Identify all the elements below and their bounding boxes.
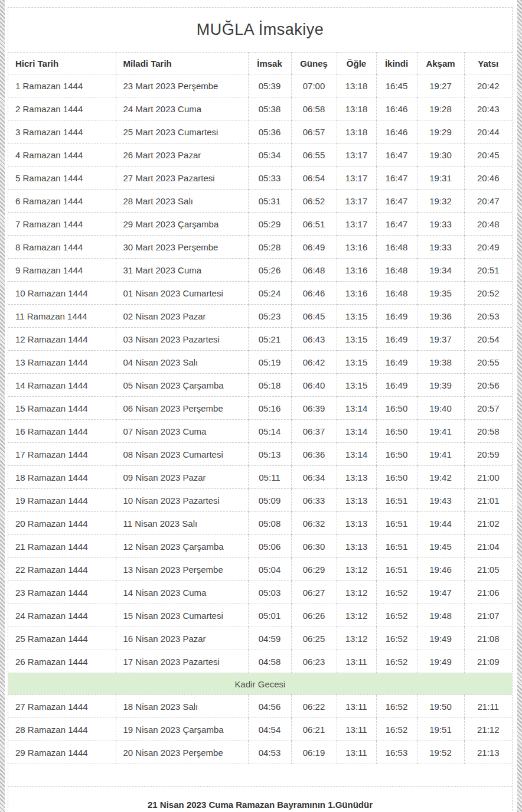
kadir-gecesi-band: Kadir Gecesi bbox=[8, 673, 512, 695]
cell-aksam: 19:31 bbox=[417, 167, 464, 190]
cell-miladi-tarih: 16 Nisan 2023 Pazar bbox=[116, 627, 248, 650]
table-row: 11 Ramazan 144402 Nisan 2023 Pazar05:230… bbox=[8, 305, 512, 328]
cell-ikindi: 16:46 bbox=[376, 97, 417, 120]
cell-ikindi: 16:52 bbox=[376, 718, 417, 741]
cell-miladi-tarih: 11 Nisan 2023 Salı bbox=[116, 512, 248, 535]
column-header-imsak: İmsak bbox=[248, 53, 291, 74]
cell-imsak: 05:01 bbox=[248, 604, 291, 627]
cell-yatsi: 21:07 bbox=[464, 604, 512, 627]
cell-miladi-tarih: 02 Nisan 2023 Pazar bbox=[116, 305, 248, 328]
cell-gunes: 06:21 bbox=[291, 718, 337, 741]
cell-imsak: 04:53 bbox=[248, 741, 291, 764]
cell-gunes: 06:37 bbox=[291, 420, 337, 443]
table-row: 16 Ramazan 144407 Nisan 2023 Cuma05:1406… bbox=[8, 420, 512, 443]
cell-aksam: 19:52 bbox=[417, 741, 464, 764]
cell-imsak: 05:23 bbox=[248, 305, 291, 328]
cell-imsak: 04:56 bbox=[248, 695, 291, 718]
column-header-hicri-tarih: Hicri Tarih bbox=[8, 53, 116, 74]
cell-ikindi: 16:50 bbox=[376, 420, 417, 443]
cell-yatsi: 20:45 bbox=[464, 144, 512, 167]
table-row: 18 Ramazan 144409 Nisan 2023 Pazar05:110… bbox=[8, 466, 512, 489]
cell-imsak: 05:31 bbox=[248, 190, 291, 213]
cell-yatsi: 21:05 bbox=[464, 558, 512, 581]
cell-hicri-tarih: 24 Ramazan 1444 bbox=[8, 604, 116, 627]
cell-gunes: 06:58 bbox=[291, 97, 337, 120]
imsakiye-card: MUĞLA İmsakiye Hicri TarihMiladi Tarihİm… bbox=[8, 7, 513, 812]
cell-aksam: 19:44 bbox=[417, 512, 464, 535]
cell-miladi-tarih: 12 Nisan 2023 Çarşamba bbox=[116, 535, 248, 558]
cell-yatsi: 20:57 bbox=[464, 397, 512, 420]
cell-imsak: 04:59 bbox=[248, 627, 291, 650]
cell-gunes: 06:23 bbox=[291, 650, 337, 673]
cell-ikindi: 16:46 bbox=[376, 120, 417, 144]
cell-aksam: 19:32 bbox=[417, 190, 464, 213]
cell-imsak: 05:29 bbox=[248, 213, 291, 236]
cell-ogle: 13:17 bbox=[337, 167, 376, 190]
table-row: 4 Ramazan 144426 Mart 2023 Pazar05:3406:… bbox=[8, 144, 512, 167]
cell-hicri-tarih: 23 Ramazan 1444 bbox=[8, 581, 116, 604]
cell-yatsi: 20:53 bbox=[464, 305, 512, 328]
cell-miladi-tarih: 29 Mart 2023 Çarşamba bbox=[116, 213, 248, 236]
cell-aksam: 19:48 bbox=[417, 604, 464, 627]
cell-yatsi: 20:47 bbox=[464, 190, 512, 213]
cell-imsak: 05:04 bbox=[248, 558, 291, 581]
cell-imsak: 05:19 bbox=[248, 351, 291, 374]
cell-aksam: 19:47 bbox=[417, 581, 464, 604]
cell-ogle: 13:14 bbox=[337, 443, 376, 466]
table-row: 19 Ramazan 144410 Nisan 2023 Pazartesi05… bbox=[8, 489, 512, 512]
cell-gunes: 06:36 bbox=[291, 443, 337, 466]
cell-yatsi: 21:12 bbox=[464, 718, 512, 741]
cell-imsak: 05:18 bbox=[248, 374, 291, 397]
table-row: 10 Ramazan 144401 Nisan 2023 Cumartesi05… bbox=[8, 282, 512, 305]
cell-ogle: 13:11 bbox=[337, 741, 376, 764]
cell-ogle: 13:12 bbox=[337, 627, 376, 650]
cell-miladi-tarih: 25 Mart 2023 Cumartesi bbox=[116, 120, 248, 144]
table-row: 14 Ramazan 144405 Nisan 2023 Çarşamba05:… bbox=[8, 374, 512, 397]
cell-hicri-tarih: 11 Ramazan 1444 bbox=[8, 305, 116, 328]
cell-aksam: 19:33 bbox=[417, 236, 464, 259]
cell-miladi-tarih: 08 Nisan 2023 Cumartesi bbox=[116, 443, 248, 466]
cell-imsak: 05:06 bbox=[248, 535, 291, 558]
cell-ogle: 13:14 bbox=[337, 420, 376, 443]
cell-yatsi: 20:58 bbox=[464, 420, 512, 443]
cell-hicri-tarih: 27 Ramazan 1444 bbox=[8, 695, 116, 718]
cell-ikindi: 16:48 bbox=[376, 259, 417, 282]
table-row: 1 Ramazan 144423 Mart 2023 Perşembe05:39… bbox=[8, 74, 512, 97]
cell-hicri-tarih: 10 Ramazan 1444 bbox=[8, 282, 116, 305]
column-header-aksam: Akşam bbox=[417, 53, 464, 74]
table-row: 5 Ramazan 144427 Mart 2023 Pazartesi05:3… bbox=[8, 167, 512, 190]
cell-gunes: 06:30 bbox=[291, 535, 337, 558]
cell-ogle: 13:14 bbox=[337, 397, 376, 420]
cell-gunes: 07:00 bbox=[291, 74, 337, 97]
cell-miladi-tarih: 20 Nisan 2023 Perşembe bbox=[116, 741, 248, 764]
cell-yatsi: 20:59 bbox=[464, 443, 512, 466]
cell-aksam: 19:40 bbox=[417, 397, 464, 420]
cell-hicri-tarih: 6 Ramazan 1444 bbox=[8, 190, 116, 213]
cell-hicri-tarih: 28 Ramazan 1444 bbox=[8, 718, 116, 741]
table-row: 29 Ramazan 144420 Nisan 2023 Perşembe04:… bbox=[8, 741, 512, 764]
cell-ikindi: 16:50 bbox=[376, 466, 417, 489]
cell-miladi-tarih: 17 Nisan 2023 Pazartesi bbox=[116, 650, 248, 673]
cell-hicri-tarih: 1 Ramazan 1444 bbox=[8, 74, 116, 97]
cell-gunes: 06:43 bbox=[291, 328, 337, 351]
cell-gunes: 06:46 bbox=[291, 282, 337, 305]
cell-yatsi: 21:08 bbox=[464, 627, 512, 650]
table-row: 12 Ramazan 144403 Nisan 2023 Pazartesi05… bbox=[8, 328, 512, 351]
cell-yatsi: 21:01 bbox=[464, 489, 512, 512]
prayer-times-table: Hicri TarihMiladi TarihİmsakGüneşÖğleİki… bbox=[8, 52, 512, 764]
cell-yatsi: 20:51 bbox=[464, 259, 512, 282]
cell-imsak: 05:21 bbox=[248, 328, 291, 351]
cell-hicri-tarih: 19 Ramazan 1444 bbox=[8, 489, 116, 512]
cell-ogle: 13:16 bbox=[337, 259, 376, 282]
table-row: 28 Ramazan 144419 Nisan 2023 Çarşamba04:… bbox=[8, 718, 512, 741]
cell-gunes: 06:54 bbox=[291, 167, 337, 190]
bayram-note: 21 Nisan 2023 Cuma Ramazan Bayramının 1.… bbox=[8, 786, 512, 812]
cell-ikindi: 16:48 bbox=[376, 236, 417, 259]
table-row: 15 Ramazan 144406 Nisan 2023 Perşembe05:… bbox=[8, 397, 512, 420]
cell-imsak: 05:24 bbox=[248, 282, 291, 305]
cell-gunes: 06:27 bbox=[291, 581, 337, 604]
cell-gunes: 06:39 bbox=[291, 397, 337, 420]
cell-miladi-tarih: 07 Nisan 2023 Cuma bbox=[116, 420, 248, 443]
cell-yatsi: 20:44 bbox=[464, 120, 512, 144]
cell-aksam: 19:46 bbox=[417, 558, 464, 581]
